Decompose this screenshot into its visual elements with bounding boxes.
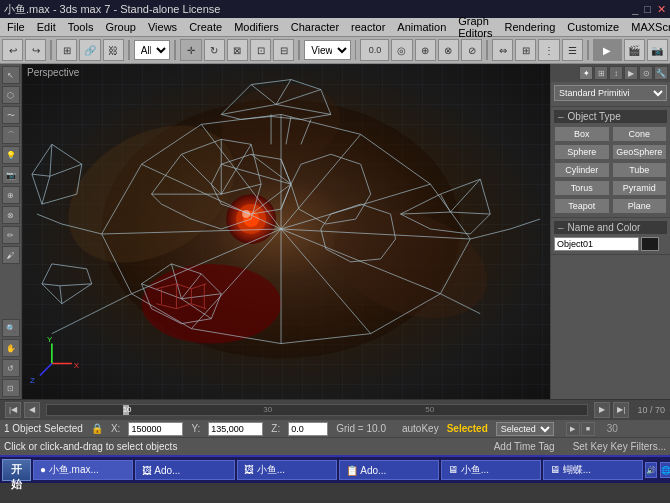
layer-btn[interactable]: ☰ — [562, 39, 583, 61]
render-btn[interactable]: ▶ — [593, 39, 622, 61]
menu-maxscript[interactable]: MAXScript — [626, 21, 670, 33]
z-input[interactable] — [288, 422, 328, 436]
start-button[interactable]: 开始 — [2, 459, 31, 481]
menu-edit[interactable]: Edit — [32, 21, 61, 33]
maximize-btn[interactable]: □ — [644, 3, 651, 16]
left-zoom-btn[interactable]: 🔍 — [2, 319, 20, 337]
taskbar-item-2[interactable]: 🖼 Ado... — [135, 460, 235, 480]
menu-group[interactable]: Group — [100, 21, 141, 33]
left-cam-btn[interactable]: 📷 — [2, 166, 20, 184]
left-nurbs-btn[interactable]: ⌒ — [2, 126, 20, 144]
tab-create[interactable]: ✦ — [579, 66, 593, 80]
mirror-btn[interactable]: ⇔ — [492, 39, 513, 61]
taskbar-item-3[interactable]: 🖼 小鱼... — [237, 460, 337, 480]
primitives-dropdown[interactable]: Standard Primitivi — [554, 85, 667, 101]
x-input[interactable] — [128, 422, 183, 436]
select-btn[interactable]: ⊞ — [56, 39, 77, 61]
cone-btn[interactable]: Cone — [612, 126, 668, 142]
torus-btn[interactable]: Torus — [554, 180, 610, 196]
coord-btn[interactable]: 0.0 — [360, 39, 389, 61]
menu-views[interactable]: Views — [143, 21, 182, 33]
next-frame-btn[interactable]: ▶ — [594, 402, 610, 418]
menu-create[interactable]: Create — [184, 21, 227, 33]
menu-file[interactable]: File — [2, 21, 30, 33]
tray-icon-1[interactable]: 🔊 — [645, 462, 657, 478]
tube-btn[interactable]: Tube — [612, 162, 668, 178]
taskbar-item-6[interactable]: 🖥 蝴蝶... — [543, 460, 643, 480]
menu-reactor[interactable]: reactor — [346, 21, 390, 33]
tab-utilities[interactable]: 🔧 — [654, 66, 668, 80]
left-shape-btn[interactable]: ⬡ — [2, 86, 20, 104]
close-btn[interactable]: ✕ — [657, 3, 666, 16]
left-space-btn[interactable]: ⊗ — [2, 206, 20, 224]
menu-modifiers[interactable]: Modifiers — [229, 21, 284, 33]
tab-motion[interactable]: ▶ — [624, 66, 638, 80]
status-bar-1: 1 Object Selected 🔒 X: Y: Z: Grid = 10.0… — [0, 419, 670, 437]
link-btn[interactable]: 🔗 — [79, 39, 100, 61]
minimize-btn[interactable]: _ — [632, 3, 638, 16]
filter-dropdown[interactable]: All — [134, 40, 171, 60]
left-edit-btn[interactable]: ✏ — [2, 226, 20, 244]
add-time-tag[interactable]: Add Time Tag — [494, 441, 555, 452]
left-helper-btn[interactable]: ⊕ — [2, 186, 20, 204]
left-orbit-btn[interactable]: ↺ — [2, 359, 20, 377]
tool8-btn[interactable]: ⊗ — [438, 39, 459, 61]
tool7-btn[interactable]: ⊕ — [415, 39, 436, 61]
menu-graph[interactable]: Graph Editors — [453, 15, 497, 39]
align-btn[interactable]: ⊞ — [515, 39, 536, 61]
selected-dropdown[interactable]: Selected — [496, 422, 554, 436]
left-select-btn[interactable]: ↖ — [2, 66, 20, 84]
left-paint-btn[interactable]: 🖌 — [2, 246, 20, 264]
taskbar-item-1[interactable]: ● 小鱼.max... — [33, 460, 133, 480]
cylinder-btn[interactable]: Cylinder — [554, 162, 610, 178]
toolbar-row1: ↩ ↪ ⊞ 🔗 ⛓ All ✛ ↻ ⊠ ⊡ ⊟ View 0.0 ◎ ⊕ ⊗ ⊘… — [0, 36, 670, 64]
scale-btn[interactable]: ⊠ — [227, 39, 248, 61]
geosphere-btn[interactable]: GeoSphere — [612, 144, 668, 160]
redo-btn[interactable]: ↪ — [25, 39, 46, 61]
next-key-btn[interactable]: ▶| — [613, 402, 629, 418]
tab-hierarchy[interactable]: ↕ — [609, 66, 623, 80]
move-btn[interactable]: ✛ — [180, 39, 201, 61]
unlink-btn[interactable]: ⛓ — [103, 39, 124, 61]
tab-modify[interactable]: ⊞ — [594, 66, 608, 80]
menu-rendering[interactable]: Rendering — [500, 21, 561, 33]
menu-animation[interactable]: Animation — [392, 21, 451, 33]
render3-btn[interactable]: 📷 — [647, 39, 668, 61]
menu-customize[interactable]: Customize — [562, 21, 624, 33]
prev-frame-btn[interactable]: ◀ — [24, 402, 40, 418]
set-key-label[interactable]: Set Key Key Filters... — [573, 441, 666, 452]
timeline-bar[interactable]: 10 30 50 — [46, 404, 588, 416]
color-swatch[interactable] — [641, 237, 659, 251]
tool4-btn[interactable]: ⊡ — [250, 39, 271, 61]
y-input[interactable] — [208, 422, 263, 436]
tool9-btn[interactable]: ⊘ — [461, 39, 482, 61]
svg-line-58 — [42, 284, 60, 286]
tab-display[interactable]: ⊙ — [639, 66, 653, 80]
tray-icon-2[interactable]: 🌐 — [660, 462, 670, 478]
menu-character[interactable]: Character — [286, 21, 344, 33]
left-lamp-btn[interactable]: 💡 — [2, 146, 20, 164]
tool5-btn[interactable]: ⊟ — [273, 39, 294, 61]
play-btn[interactable]: ▶ — [566, 422, 580, 436]
plane-btn[interactable]: Plane — [612, 198, 668, 214]
undo-btn[interactable]: ↩ — [2, 39, 23, 61]
snap-btn[interactable]: ⋮ — [538, 39, 559, 61]
left-spline-btn[interactable]: 〜 — [2, 106, 20, 124]
viewport[interactable]: X Y Z Perspective — [22, 64, 550, 399]
left-fov-btn[interactable]: ⊡ — [2, 379, 20, 397]
pyramid-btn[interactable]: Pyramid — [612, 180, 668, 196]
taskbar-item-4[interactable]: 📋 Ado... — [339, 460, 439, 480]
sphere-btn[interactable]: Sphere — [554, 144, 610, 160]
stop-btn[interactable]: ■ — [581, 422, 595, 436]
left-pan-btn[interactable]: ✋ — [2, 339, 20, 357]
object-name-input[interactable] — [554, 237, 639, 251]
prev-key-btn[interactable]: |◀ — [5, 402, 21, 418]
render2-btn[interactable]: 🎬 — [624, 39, 645, 61]
rotate-btn[interactable]: ↻ — [204, 39, 225, 61]
box-btn[interactable]: Box — [554, 126, 610, 142]
teapot-btn[interactable]: Teapot — [554, 198, 610, 214]
menu-tools[interactable]: Tools — [63, 21, 99, 33]
taskbar-item-5[interactable]: 🖥 小鱼... — [441, 460, 541, 480]
view-dropdown[interactable]: View — [304, 40, 350, 60]
tool6-btn[interactable]: ◎ — [391, 39, 412, 61]
